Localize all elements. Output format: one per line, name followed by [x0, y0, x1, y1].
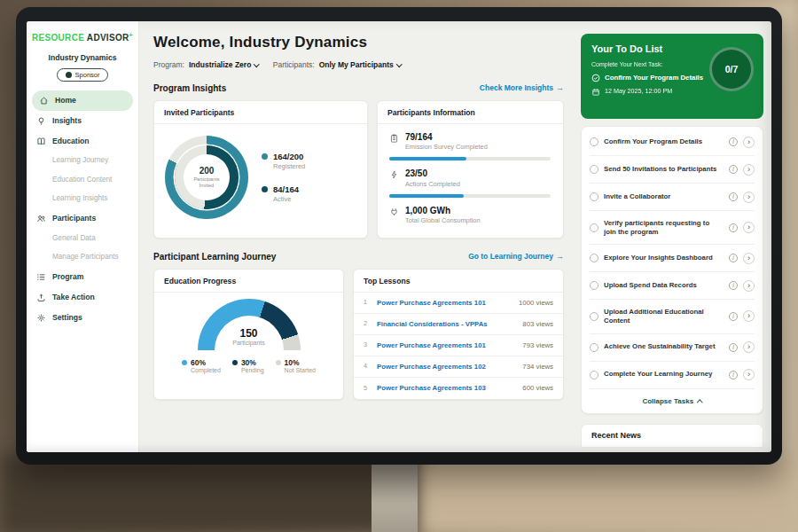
- task-row-complete-learning-journey[interactable]: Complete Your Learning Journey: [590, 362, 755, 389]
- lesson-views: 1000 views: [519, 299, 553, 307]
- chevron-right-icon[interactable]: [743, 280, 755, 292]
- sidebar-item-program[interactable]: Program: [27, 267, 138, 287]
- sidebar-item-manage-participants[interactable]: Manage Participants: [27, 248, 138, 268]
- lesson-link[interactable]: Financial Considerations - VPPAs: [377, 320, 515, 328]
- arrow-right-icon: [556, 252, 564, 262]
- lesson-link[interactable]: Power Purchase Agreements 101: [377, 341, 515, 349]
- sidebar-item-learning-journey[interactable]: Learning Journey: [27, 152, 138, 171]
- info-icon[interactable]: [729, 192, 738, 201]
- task-checkbox[interactable]: [590, 371, 598, 379]
- card-title: Education Progress: [154, 270, 343, 293]
- stat-emission-survey: 79/164 Emission Survey Completed: [378, 124, 563, 152]
- sidebar-item-insights[interactable]: Insights: [27, 111, 138, 131]
- chevron-right-icon[interactable]: [743, 222, 755, 233]
- task-checkbox[interactable]: [590, 165, 598, 174]
- background-desk-left: [0, 454, 421, 532]
- info-icon[interactable]: [729, 165, 738, 174]
- check-more-insights-link[interactable]: Check More Insights: [480, 83, 564, 93]
- chevron-right-icon[interactable]: [743, 341, 755, 353]
- info-icon[interactable]: [729, 343, 738, 352]
- org-name: Industry Dynamics: [27, 53, 138, 62]
- sidebar-item-education-content[interactable]: Education Content: [27, 170, 138, 190]
- program-insights-title: Program Insights: [153, 83, 226, 94]
- task-checkbox[interactable]: [590, 343, 598, 352]
- sidebar-item-education[interactable]: Education: [27, 131, 138, 152]
- chevron-up-icon: [697, 400, 702, 405]
- lesson-views: 600 views: [522, 384, 553, 392]
- education-progress-card: Education Progress 150 Participants: [153, 269, 344, 400]
- info-icon[interactable]: [729, 312, 738, 321]
- sidebar-item-label: Participants: [52, 214, 96, 223]
- task-checkbox[interactable]: [590, 137, 598, 146]
- upload-action-icon: [36, 293, 46, 302]
- legend-pending: 30% Pending: [232, 358, 264, 375]
- lesson-row: 4 Power Purchase Agreements 102 734 view…: [354, 356, 563, 378]
- sidebar-item-settings[interactable]: Settings: [27, 308, 138, 328]
- lesson-link[interactable]: Power Purchase Agreements 101: [377, 299, 512, 307]
- chevron-down-icon: [254, 61, 259, 66]
- background-desk-right: [421, 454, 798, 532]
- sidebar-item-label: Home: [55, 96, 76, 105]
- task-row-explore-insights[interactable]: Explore Your Insights Dashboard: [590, 245, 755, 272]
- chevron-right-icon[interactable]: [743, 137, 755, 148]
- chevron-right-icon[interactable]: [743, 369, 755, 380]
- task-row-upload-educational-content[interactable]: Upload Additional Educational Content: [590, 300, 755, 333]
- go-to-learning-journey-link[interactable]: Go to Learning Journey: [468, 252, 564, 262]
- chevron-right-icon[interactable]: [743, 253, 755, 264]
- legend-active: 84/164 Active: [262, 184, 305, 203]
- sidebar-item-learning-insights[interactable]: Learning Insights: [27, 190, 138, 209]
- info-icon[interactable]: [729, 281, 738, 290]
- legend-dot: [262, 186, 268, 192]
- lesson-rank: 5: [364, 385, 370, 393]
- lesson-link[interactable]: Power Purchase Agreements 102: [377, 363, 515, 371]
- info-icon[interactable]: [729, 137, 738, 146]
- lesson-rank: 2: [364, 320, 370, 328]
- task-row-verify-participants[interactable]: Verify participants requesting to join t…: [590, 211, 755, 245]
- legend-dot: [262, 153, 268, 160]
- info-icon[interactable]: [729, 223, 738, 232]
- program-filter-label: Program:: [153, 60, 184, 69]
- chevron-right-icon[interactable]: [743, 164, 755, 176]
- program-filter-value: Industrialize Zero: [189, 60, 251, 69]
- task-checkbox[interactable]: [590, 223, 598, 232]
- sidebar: RESOURCE ADVISOR+ Industry Dynamics Spon…: [27, 21, 139, 452]
- lesson-views: 734 views: [522, 363, 553, 371]
- task-row-send-invitations[interactable]: Send 50 Invitations to Participants: [590, 156, 755, 184]
- task-checkbox[interactable]: [590, 281, 598, 290]
- sidebar-item-label: Settings: [52, 313, 82, 322]
- sponsor-badge[interactable]: Sponsor: [57, 68, 109, 82]
- right-panel: Your To Do List Complete Your Next Task:…: [575, 21, 771, 452]
- sidebar-item-take-action[interactable]: Take Action: [27, 287, 138, 308]
- sponsor-badge-label: Sponsor: [75, 71, 100, 79]
- lesson-link[interactable]: Power Purchase Agreements 103: [377, 384, 515, 392]
- donut-center-label: Participants Invited: [189, 176, 224, 188]
- chevron-right-icon[interactable]: [743, 310, 755, 322]
- lesson-rank: 4: [364, 363, 370, 371]
- sidebar-item-home[interactable]: Home: [32, 90, 133, 111]
- todo-progress-value: 0/7: [725, 64, 739, 75]
- task-row-invite-collaborator[interactable]: Invite a Collaborator: [590, 184, 755, 211]
- chevron-right-icon[interactable]: [743, 192, 755, 203]
- task-row-confirm-program[interactable]: Confirm Your Program Details: [590, 129, 755, 156]
- sidebar-item-general-data[interactable]: General Data: [27, 229, 138, 248]
- plug-icon: [389, 207, 399, 218]
- collapse-tasks-button[interactable]: Collapse Tasks: [590, 389, 755, 411]
- participants-filter-dropdown[interactable]: Only My Participants: [319, 60, 402, 69]
- task-checkbox[interactable]: [590, 254, 598, 262]
- gauge-center-label: Participants: [232, 340, 265, 347]
- info-icon[interactable]: [729, 371, 738, 379]
- legend-completed: 60% Completed: [182, 358, 221, 375]
- task-row-upload-spend-data[interactable]: Upload Spend Data Records: [590, 272, 755, 300]
- program-filter-dropdown[interactable]: Industrialize Zero: [189, 60, 259, 69]
- arrow-right-icon: [556, 83, 564, 93]
- sidebar-item-participants[interactable]: Participants: [27, 208, 138, 229]
- learning-journey-title: Participant Learning Journey: [153, 252, 276, 262]
- task-checkbox[interactable]: [590, 192, 598, 201]
- logo-primary: RESOURCE: [32, 33, 84, 43]
- task-checkbox[interactable]: [590, 312, 598, 321]
- info-icon[interactable]: [729, 254, 738, 262]
- calendar-icon: [591, 88, 600, 97]
- home-icon: [39, 96, 49, 106]
- legend-registered: 164/200 Registered: [262, 152, 305, 170]
- task-row-achieve-target[interactable]: Achieve One Sustainability Target: [590, 334, 755, 362]
